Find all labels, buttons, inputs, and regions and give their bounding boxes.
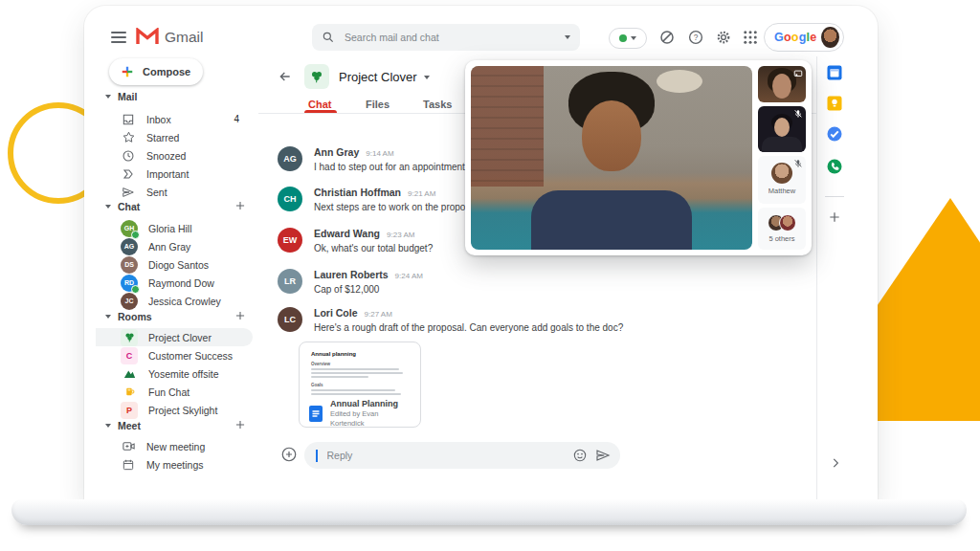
clover-icon (121, 329, 138, 346)
sidebar-chat-ann-gray[interactable]: AG Ann Gray (96, 237, 253, 255)
apps-grid-icon[interactable] (742, 29, 759, 46)
google-letter: o (784, 31, 791, 44)
google-letter: G (774, 31, 784, 44)
sidebar-item-starred[interactable]: Starred (96, 128, 253, 146)
compose-button[interactable]: Compose (109, 58, 203, 85)
sidebar-item-label: Raymond Dow (148, 277, 214, 289)
google-keep-icon[interactable] (826, 95, 843, 112)
tab-tasks[interactable]: Tasks (423, 99, 452, 110)
section-label: Rooms (118, 311, 152, 322)
participant-tile[interactable] (758, 106, 806, 152)
reply-input-bar[interactable] (304, 442, 620, 469)
sidebar-chat-jessica-crowley[interactable]: JC Jessica Crowley (96, 292, 253, 310)
add-room-icon[interactable] (234, 309, 249, 324)
section-collapse-icon (105, 315, 111, 319)
gmail-wordmark: Gmail (165, 29, 203, 46)
avatar: CH (278, 187, 302, 211)
chat-message: LC Lori Cole9:27 AM Here's a rough draft… (278, 307, 794, 333)
sidebar-item-new-meeting[interactable]: New meeting (96, 437, 253, 455)
message-text: Cap of $12,000 (314, 284, 423, 295)
video-background (471, 66, 544, 187)
do-not-disturb-icon[interactable] (658, 29, 676, 46)
participant-tile[interactable] (758, 66, 806, 102)
gmail-logo-icon (136, 28, 159, 45)
avatar: DS (121, 256, 138, 274)
section-header-mail[interactable]: Mail (105, 89, 137, 104)
participant-tile-matthew[interactable]: Matthew (758, 156, 806, 204)
reply-input[interactable] (325, 449, 566, 462)
help-icon[interactable]: ? (687, 29, 704, 46)
settings-gear-icon[interactable] (715, 29, 732, 46)
video-call-overlay[interactable]: Matthew 5 others (465, 60, 812, 255)
sidebar-item-label: Yosemite offsite (148, 368, 219, 380)
sidebar-item-label: Sent (146, 187, 167, 198)
avatar: LR (278, 269, 302, 294)
google-calendar-icon[interactable] (826, 64, 843, 81)
sidebar-item-label: Ann Gray (148, 241, 190, 253)
message-text: Here's a rough draft of the proposal. Ca… (314, 322, 623, 333)
search-bar[interactable] (312, 24, 580, 51)
video-background-lamp (657, 70, 702, 93)
add-attachment-icon[interactable] (280, 446, 298, 463)
google-voice-icon[interactable] (826, 158, 843, 175)
get-addons-plus-icon[interactable] (827, 209, 842, 225)
tab-chat[interactable]: Chat (308, 99, 331, 110)
add-chat-icon[interactable] (234, 199, 249, 214)
message-time: 9:24 AM (395, 272, 423, 280)
sidebar-item-label: Fun Chat (148, 386, 189, 398)
sidebar-item-label: Inbox (146, 114, 171, 125)
google-tasks-icon[interactable] (826, 125, 843, 143)
section-label: Mail (118, 91, 137, 102)
send-icon[interactable] (595, 448, 611, 463)
sidebar-item-label: Important (146, 168, 189, 180)
clock-icon (121, 148, 136, 164)
section-header-meet[interactable]: Meet (105, 418, 141, 433)
chat-status-selector[interactable] (609, 28, 647, 49)
avatar (779, 214, 796, 231)
doc-subtitle: Edited by Evan Kortendick (330, 409, 411, 428)
menu-icon[interactable] (111, 32, 126, 43)
sidebar-item-snoozed[interactable]: Snoozed (96, 146, 253, 165)
search-options-chevron-icon[interactable] (565, 35, 570, 39)
sidebar-chat-raymond-dow[interactable]: RD Raymond Dow (96, 274, 253, 292)
doc-preview-title: Annual planning (311, 351, 409, 357)
section-header-chat[interactable]: Chat (105, 199, 140, 214)
participant-tile-others[interactable]: 5 others (758, 208, 806, 250)
search-input[interactable] (343, 31, 557, 44)
sidebar-item-inbox[interactable]: Inbox 4 (96, 110, 253, 128)
sidebar-room-fun-chat[interactable]: Fun Chat (96, 383, 253, 401)
sidebar-item-important[interactable]: Important (96, 165, 253, 183)
room-letter-icon: C (121, 347, 138, 364)
sidebar-room-yosemite-offsite[interactable]: Yosemite offsite (96, 364, 253, 383)
sidebar-chat-diogo-santos[interactable]: DS Diogo Santos (96, 255, 253, 274)
expand-panel-chevron-icon[interactable] (829, 456, 842, 470)
avatar: EW (278, 228, 302, 253)
message-time: 9:27 AM (365, 310, 392, 319)
multicolor-plus-icon (121, 65, 134, 78)
section-header-rooms[interactable]: Rooms (105, 309, 152, 324)
sidebar-room-project-clover[interactable]: Project Clover (96, 328, 253, 346)
avatar: AG (121, 238, 138, 255)
account-avatar[interactable] (821, 27, 839, 48)
room-title[interactable]: Project Clover (339, 70, 430, 84)
tab-files[interactable]: Files (366, 99, 390, 110)
sidebar-chat-gloria-hill[interactable]: GH Gloria Hill (96, 219, 253, 237)
doc-card-footer: Annual Planning Edited by Evan Kortendic… (300, 400, 420, 427)
chat-message: LR Lauren Roberts9:24 AM Cap of $12,000 (278, 269, 794, 295)
avatar (771, 163, 792, 184)
sidebar-item-label: Jessica Crowley (148, 296, 221, 307)
laptop-base (11, 499, 967, 525)
sidebar-room-project-skylight[interactable]: P Project Skylight (96, 401, 253, 419)
emoji-icon[interactable] (572, 448, 588, 463)
back-arrow-icon[interactable] (278, 69, 293, 84)
sidebar-item-label: Project Clover (148, 332, 212, 343)
participant-count-label: 5 others (758, 234, 806, 243)
sidebar-item-label: Gloria Hill (148, 223, 192, 234)
add-meeting-icon[interactable] (234, 418, 249, 433)
sidebar-item-my-meetings[interactable]: My meetings (96, 455, 253, 474)
google-account-chip[interactable]: G o o g l e (764, 23, 844, 52)
side-panel-separator (825, 196, 844, 197)
doc-attachment-card[interactable]: Annual planning Overview Goals Annual Pl… (299, 342, 421, 428)
sidebar-room-customer-success[interactable]: C Customer Success (96, 346, 253, 364)
room-clover-icon (304, 64, 329, 89)
